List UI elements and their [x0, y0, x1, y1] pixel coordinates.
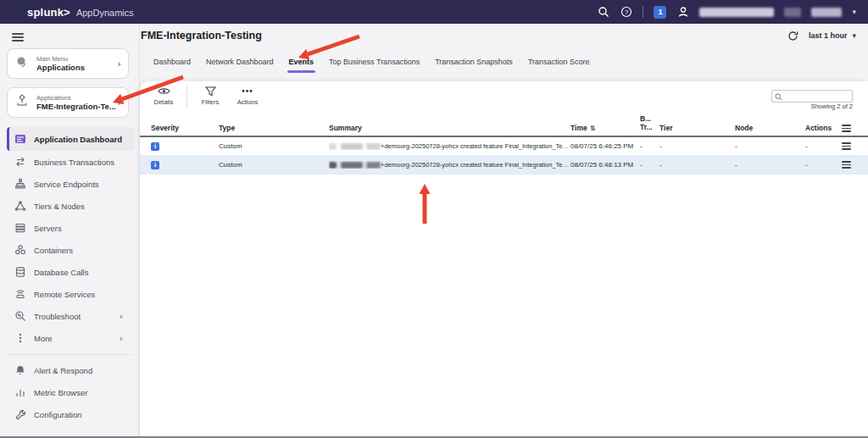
chevron-right-icon: › — [118, 97, 121, 108]
main-content: FME-Integration-Testing last 1 hour ▾ Da… — [140, 24, 868, 438]
tiers-nodes-icon — [14, 200, 26, 212]
col-actions[interactable]: Actions — [805, 124, 842, 132]
time-range-selector[interactable]: last 1 hour ▾ — [809, 31, 856, 40]
sidebar-item-application-dashboard[interactable]: Application Dashboard — [7, 127, 135, 151]
search-icon[interactable] — [597, 6, 609, 19]
col-type[interactable]: Type — [219, 124, 329, 132]
tier-cell: - — [659, 142, 735, 150]
tab-network-dashboard[interactable]: Network Dashboard — [204, 54, 275, 73]
splunk-logo: splunk> — [27, 6, 70, 19]
sidebar-item-business-transactions[interactable]: Business Transactions — [0, 151, 140, 173]
menu-hamburger-icon[interactable] — [12, 33, 24, 42]
actions-cell: - — [805, 142, 842, 150]
time-range-value: last 1 hour — [809, 31, 848, 40]
chevron-right-icon: › — [118, 58, 121, 69]
redacted-account-text — [784, 8, 801, 17]
row-menu-icon[interactable] — [842, 161, 868, 169]
redacted-text — [329, 143, 337, 150]
column-picker-icon[interactable] — [842, 125, 868, 132]
sidebar-item-service-endpoints[interactable]: Service Endpoints — [0, 173, 140, 195]
actions-button-label: Actions — [237, 98, 259, 106]
bell-icon — [14, 364, 26, 376]
tier-cell: - — [659, 161, 735, 169]
application-card-value: FME-Integration-Te... — [36, 102, 118, 111]
details-button-label: Details — [154, 98, 174, 106]
col-node[interactable]: Node — [735, 124, 805, 132]
actions-button[interactable]: ••• Actions — [229, 86, 266, 106]
sidebar-item-label: More — [34, 334, 53, 343]
col-summary[interactable]: Summary — [329, 124, 570, 132]
main-menu-card[interactable]: Main Menu Applications › — [7, 48, 129, 79]
tab-transaction-snapshots[interactable]: Transaction Snapshots — [433, 54, 515, 73]
notification-badge[interactable]: 1 — [654, 6, 666, 19]
application-card-label: Applications — [36, 94, 118, 102]
col-time[interactable]: Time⇅ — [570, 124, 640, 132]
sidebar-item-label: Troubleshoot — [34, 312, 81, 321]
tab-dashboard[interactable]: Dashboard — [152, 54, 192, 73]
topbar-divider — [643, 6, 643, 18]
tab-top-business-transactions[interactable]: Top Business Transactions — [327, 54, 421, 73]
sidebar-item-remote-services[interactable]: Remote Services — [0, 283, 140, 305]
toolbar-divider — [186, 86, 187, 108]
tab-transaction-score[interactable]: Transaction Score — [526, 54, 592, 73]
eye-icon — [158, 86, 170, 97]
sidebar-item-troubleshoot[interactable]: Troubleshoot › — [0, 305, 140, 327]
showing-count: Showing 2 of 2 — [810, 103, 853, 110]
table-row[interactable]: i Custom +demoorg-20250728-yohcx created… — [140, 156, 868, 175]
page-title: FME-Integration-Testing — [141, 30, 262, 42]
sidebar-item-label: Alert & Respond — [34, 366, 92, 375]
info-severity-icon: i — [151, 161, 159, 169]
main-header: FME-Integration-Testing last 1 hour ▾ — [140, 24, 868, 53]
sidebar-item-database-calls[interactable]: Database Calls — [0, 261, 140, 283]
help-icon[interactable]: ? — [620, 6, 632, 19]
database-icon — [14, 266, 26, 278]
sidebar-item-label: Containers — [34, 246, 73, 255]
type-cell: Custom — [219, 142, 329, 150]
col-business-transaction[interactable]: B... Tr... — [640, 115, 659, 132]
summary-cell: +demoorg-20250728-yohcx created feature … — [329, 142, 570, 150]
node-cell: - — [735, 161, 805, 169]
svg-text:?: ? — [625, 8, 628, 16]
sidebar-item-configuration[interactable]: Configuration — [0, 403, 140, 425]
redacted-user-name — [699, 8, 774, 17]
sidebar-item-label: Service Endpoints — [34, 180, 99, 189]
sidebar-item-more[interactable]: More › — [0, 327, 140, 349]
sidebar-item-servers[interactable]: Servers — [0, 217, 140, 239]
sidebar-item-label: Configuration — [34, 410, 82, 419]
col-tier[interactable]: Tier — [659, 124, 735, 132]
sort-icon[interactable]: ⇅ — [590, 125, 596, 132]
metric-browser-icon — [14, 386, 26, 398]
table-body: i Custom +demoorg-20250728-yohcx created… — [140, 137, 868, 175]
redacted-account-text — [811, 8, 842, 17]
refresh-icon[interactable] — [787, 29, 800, 42]
sidebar-item-alert-respond[interactable]: Alert & Respond — [0, 359, 140, 381]
application-selector-card[interactable]: Applications FME-Integration-Te... › — [7, 87, 129, 118]
tab-events[interactable]: Events — [287, 54, 316, 73]
redacted-text — [366, 162, 381, 169]
sidebar-item-tiers-nodes[interactable]: Tiers & Nodes — [0, 195, 140, 217]
node-cell: - — [735, 142, 805, 150]
user-icon[interactable] — [676, 6, 689, 19]
redacted-text — [366, 143, 381, 150]
sidebar-item-label: Business Transactions — [34, 158, 114, 167]
row-menu-icon[interactable] — [842, 142, 868, 150]
time-cell: 08/07/25 6:46:25 PM — [570, 142, 640, 150]
user-menu-caret-icon[interactable]: ▾ — [852, 8, 856, 16]
table-row[interactable]: i Custom +demoorg-20250728-yohcx created… — [140, 137, 868, 156]
events-panel: Details Filters ••• Actions — [140, 81, 868, 438]
details-button[interactable]: Details — [145, 86, 182, 106]
sidebar-item-containers[interactable]: Containers — [0, 239, 140, 261]
sidebar-item-label: Database Calls — [34, 268, 88, 277]
sidebar-item-metric-browser[interactable]: Metric Browser — [0, 381, 140, 403]
events-toolbar: Details Filters ••• Actions — [140, 81, 868, 114]
servers-icon — [14, 222, 26, 234]
filters-button[interactable]: Filters — [192, 86, 229, 106]
business-transaction-cell: - — [640, 142, 659, 150]
troubleshoot-icon — [14, 310, 26, 322]
filters-button-label: Filters — [202, 98, 219, 106]
search-input[interactable] — [771, 90, 853, 103]
col-severity[interactable]: Severity — [151, 124, 219, 132]
main-menu-icon — [14, 55, 30, 72]
chevron-right-icon: › — [120, 334, 123, 343]
table-header: Severity Type Summary Time⇅ B... Tr... T… — [140, 115, 868, 137]
